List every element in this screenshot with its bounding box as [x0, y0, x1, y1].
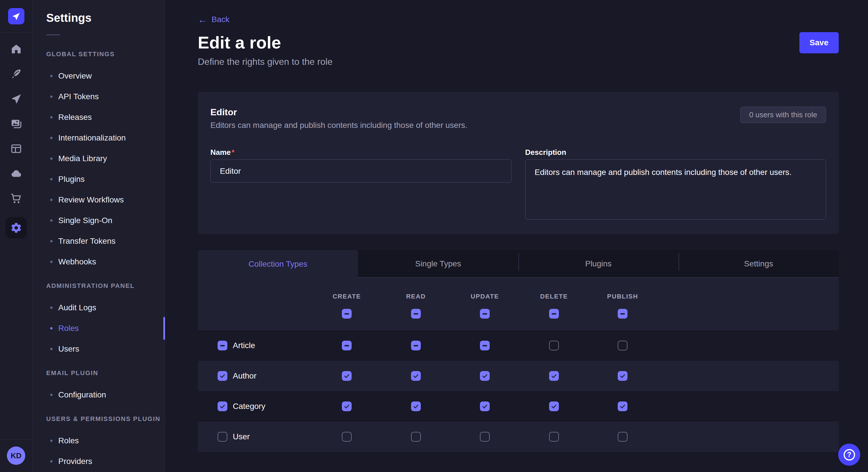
article-delete-checkbox[interactable] [549, 341, 559, 350]
feather-icon[interactable] [10, 67, 23, 80]
role-description-textarea[interactable]: Editors can manage and publish contents … [525, 160, 826, 220]
back-arrow-icon: ← [198, 15, 208, 24]
sidebar-item-webhooks[interactable]: Webhooks [32, 251, 165, 272]
column-header-create: CREATE [333, 293, 361, 300]
main-content: ← Back Edit a role Save Define the right… [165, 0, 868, 452]
author-update-checkbox[interactable] [480, 371, 490, 381]
bullet-icon [50, 75, 53, 77]
user-avatar[interactable]: KD [7, 446, 25, 465]
marketplace-cart-icon[interactable] [10, 192, 23, 205]
sidebar-item-label: Roles [58, 436, 79, 445]
save-button[interactable]: Save [799, 32, 839, 53]
sidebar-item-users[interactable]: Users [32, 339, 165, 359]
user-create-checkbox[interactable] [342, 432, 352, 442]
column-header-read: READ [406, 293, 426, 300]
section-header-global-settings: GLOBAL SETTINGS [46, 50, 165, 58]
tab-plugins[interactable]: Plugins [518, 250, 679, 278]
sidebar-item-label: Transfer Tokens [58, 237, 115, 246]
author-delete-checkbox[interactable] [549, 371, 559, 381]
sidebar-item-label: Plugins [58, 175, 85, 184]
sidebar-item-label: Internationalization [58, 133, 126, 142]
sidebar-item-label: Roles [58, 324, 79, 333]
sidebar-item-label: Review Workflows [58, 195, 124, 204]
author-create-checkbox[interactable] [342, 371, 352, 381]
sidebar-item-media-library[interactable]: Media Library [32, 148, 165, 169]
author-publish-checkbox[interactable] [618, 371, 627, 381]
select-all-create-checkbox[interactable] [342, 309, 352, 318]
user-publish-checkbox[interactable] [618, 432, 627, 442]
sidebar-item-internationalization[interactable]: Internationalization [32, 128, 165, 148]
send-icon[interactable] [10, 92, 23, 105]
row-label: Author [233, 371, 257, 380]
user-read-checkbox[interactable] [411, 432, 421, 442]
page-title: Edit a role [198, 32, 281, 53]
category-select-all-checkbox[interactable] [218, 401, 227, 411]
sidebar-item-label: API Tokens [58, 92, 99, 101]
select-all-read-checkbox[interactable] [411, 309, 421, 318]
user-update-checkbox[interactable] [480, 432, 490, 442]
help-button[interactable]: ? [838, 444, 860, 466]
role-name-input[interactable] [210, 160, 512, 183]
sidebar-item-label: Audit Logs [58, 303, 96, 312]
media-library-icon[interactable] [10, 117, 23, 130]
subnav-sections: GLOBAL SETTINGSOverviewAPI TokensRelease… [32, 50, 165, 472]
icon-rail: KD [0, 0, 32, 472]
sidebar-item-single-sign-on[interactable]: Single Sign-On [32, 210, 165, 231]
category-delete-checkbox[interactable] [549, 401, 559, 411]
settings-subnav: Settings GLOBAL SETTINGSOverviewAPI Toke… [32, 0, 165, 472]
home-icon[interactable] [10, 42, 23, 55]
article-read-checkbox[interactable] [411, 341, 421, 350]
sidebar-item-plugins[interactable]: Plugins [32, 169, 165, 190]
sidebar-item-label: Single Sign-On [58, 216, 112, 225]
tab-single-types[interactable]: Single Types [358, 250, 518, 278]
article-create-checkbox[interactable] [342, 341, 352, 350]
article-publish-checkbox[interactable] [618, 341, 627, 350]
sidebar-item-roles[interactable]: Roles [32, 318, 165, 339]
users-with-role-badge[interactable]: 0 users with this role [740, 107, 826, 123]
select-all-delete-checkbox[interactable] [549, 309, 559, 318]
sidebar-item-review-workflows[interactable]: Review Workflows [32, 190, 165, 210]
sidebar-item-transfer-tokens[interactable]: Transfer Tokens [32, 231, 165, 251]
icon-rail-nav [5, 42, 27, 238]
sidebar-item-overview[interactable]: Overview [32, 66, 165, 86]
sidebar-item-roles[interactable]: Roles [32, 430, 165, 451]
category-update-checkbox[interactable] [480, 401, 490, 411]
author-read-checkbox[interactable] [411, 371, 421, 381]
permissions-table-header: CREATEREADUPDATEDELETEPUBLISH [198, 278, 839, 330]
back-link[interactable]: ← Back [198, 15, 229, 24]
user-delete-checkbox[interactable] [549, 432, 559, 442]
select-all-update-checkbox[interactable] [480, 309, 490, 318]
select-all-publish-checkbox[interactable] [618, 309, 627, 318]
tab-settings[interactable]: Settings [679, 250, 839, 278]
author-select-all-checkbox[interactable] [218, 371, 227, 381]
tab-collection-types[interactable]: Collection Types [198, 250, 358, 278]
description-field-group: Description Editors can manage and publi… [525, 148, 826, 220]
cloud-icon[interactable] [10, 167, 23, 180]
article-update-checkbox[interactable] [480, 341, 490, 350]
sidebar-item-label: Media Library [58, 154, 107, 163]
tab-label: Plugins [585, 259, 612, 268]
category-publish-checkbox[interactable] [618, 401, 627, 411]
user-select-all-checkbox[interactable] [218, 432, 227, 442]
sidebar-item-label: Webhooks [58, 257, 96, 266]
sidebar-item-audit-logs[interactable]: Audit Logs [32, 297, 165, 318]
name-field-group: Name* [210, 148, 512, 220]
tab-label: Single Types [415, 259, 461, 268]
bullet-icon [50, 199, 53, 201]
sidebar-item-releases[interactable]: Releases [32, 107, 165, 128]
sidebar-item-api-tokens[interactable]: API Tokens [32, 86, 165, 107]
column-header-update: UPDATE [471, 293, 499, 300]
category-read-checkbox[interactable] [411, 401, 421, 411]
layout-icon[interactable] [10, 142, 23, 155]
subnav-title: Settings [46, 11, 165, 25]
bullet-icon [50, 327, 53, 330]
strapi-logo[interactable] [8, 8, 24, 24]
bullet-icon [50, 158, 53, 160]
sidebar-item-configuration[interactable]: Configuration [32, 384, 165, 405]
article-select-all-checkbox[interactable] [218, 341, 227, 350]
section-header-email-plugin: EMAIL PLUGIN [46, 369, 165, 377]
settings-gear-icon[interactable] [5, 217, 27, 238]
category-create-checkbox[interactable] [342, 401, 352, 411]
sidebar-item-providers[interactable]: Providers [32, 451, 165, 472]
permissions-card: Collection TypesSingle TypesPluginsSetti… [198, 250, 839, 452]
